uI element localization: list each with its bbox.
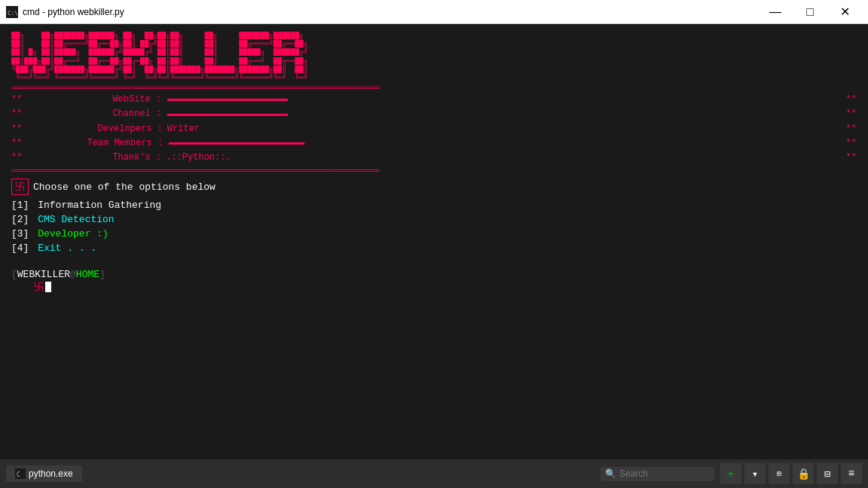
cmd-icon: C:\ xyxy=(6,6,18,18)
team-bar xyxy=(169,142,304,145)
menu-label-2: CMS Detection xyxy=(38,214,114,225)
prompt-home: HOME xyxy=(76,269,99,280)
title-bar-left: C:\ cmd - python webkiller.py xyxy=(6,6,124,18)
menu-num-3: [3] xyxy=(11,228,29,239)
minimize-button[interactable]: — xyxy=(758,0,793,24)
menu-item-3[interactable]: [3] Developer :) xyxy=(11,228,868,239)
menu-item-4[interactable]: [4] Exit . . . xyxy=(11,242,868,254)
search-icon: 🔍 xyxy=(605,468,616,480)
bracket-close: ] xyxy=(99,269,105,280)
choose-icon: 卐 xyxy=(11,178,29,195)
grid-button[interactable]: ⊞ xyxy=(769,463,790,484)
developers-row: ** Developers : Writer ** xyxy=(11,122,868,136)
menu-num-4: [4] xyxy=(11,242,29,254)
star-left: ** xyxy=(11,122,22,136)
close-button[interactable]: ✕ xyxy=(827,0,862,24)
menu-button[interactable]: ≡ xyxy=(841,463,862,484)
star-left: ** xyxy=(11,93,22,107)
developers-value: Writer xyxy=(167,122,200,136)
menu-num-2: [2] xyxy=(11,214,29,225)
lock-icon: 🔒 xyxy=(793,463,814,484)
team-members-row: ** Team Members : ** xyxy=(11,136,868,151)
menu-section: 卐 Choose one of the options below [1] In… xyxy=(0,178,868,257)
python-icon: C xyxy=(15,468,26,479)
search-input[interactable] xyxy=(619,468,710,479)
thanks-label: Thank's : xyxy=(112,151,161,165)
maximize-button[interactable]: □ xyxy=(793,0,827,24)
panel-button[interactable]: ⊟ xyxy=(817,463,838,484)
taskbar-icon-group: ＋ ▾ ⊞ 🔒 ⊟ ≡ xyxy=(720,463,862,484)
website-bar xyxy=(167,99,288,101)
add-tab-button[interactable]: ＋ xyxy=(720,463,741,484)
window-title: cmd - python webkiller.py xyxy=(23,7,124,17)
taskbar-app-label: python.exe xyxy=(29,468,73,479)
bracket-open: [ xyxy=(11,269,17,280)
logo-text: ██╗ ██╗███████╗██████╗ ██╗ ██╗██╗██╗ ██╗… xyxy=(11,32,868,82)
svg-text:C:\: C:\ xyxy=(8,9,17,16)
menu-label-3: Developer :) xyxy=(38,228,108,239)
star-right: ** xyxy=(846,151,868,165)
menu-item-1[interactable]: [1] Information Gathering xyxy=(11,200,868,211)
star-right: ** xyxy=(846,93,868,107)
prompt-area: [ WEBKILLER @ HOME ] 卐 xyxy=(0,263,868,294)
divider-bottom: ════════════════════════════════════════… xyxy=(0,166,868,175)
menu-item-2[interactable]: [2] CMS Detection xyxy=(11,214,868,225)
developers-label: Developers : xyxy=(97,122,162,136)
star-right: ** xyxy=(846,107,868,121)
dropdown-button[interactable]: ▾ xyxy=(744,463,766,484)
terminal-window: ██╗ ██╗███████╗██████╗ ██╗ ██╗██╗██╗ ██╗… xyxy=(0,24,868,459)
svg-text:C: C xyxy=(17,471,20,478)
taskbar-search[interactable]: 🔍 xyxy=(601,467,714,481)
star-left: ** xyxy=(11,151,22,165)
taskbar-python-item[interactable]: C python.exe xyxy=(6,465,82,482)
prompt-line: [ WEBKILLER @ HOME ] xyxy=(11,269,868,280)
prompt-at: @ xyxy=(70,269,76,280)
divider-top: ════════════════════════════════════════… xyxy=(0,84,868,93)
channel-row: ** Channel : ** xyxy=(11,107,868,121)
channel-bar xyxy=(167,114,288,116)
window-controls: — □ ✕ xyxy=(758,0,862,24)
star-left: ** xyxy=(11,107,22,121)
thanks-row: ** Thank's : .::Python::. ** xyxy=(11,151,868,165)
choose-text: Choose one of the options below xyxy=(33,181,215,193)
website-label: WebSite : xyxy=(112,93,161,107)
thanks-value: .::Python::. xyxy=(166,151,231,165)
menu-label-4: Exit . . . xyxy=(38,242,96,254)
title-bar: C:\ cmd - python webkiller.py — □ ✕ xyxy=(0,0,868,24)
cursor-icon: 卐 xyxy=(34,280,44,294)
website-row: ** WebSite : ** xyxy=(11,93,868,107)
prompt-webkiller: WEBKILLER xyxy=(17,269,70,280)
menu-num-1: [1] xyxy=(11,200,29,211)
team-members-label: Team Members : xyxy=(87,136,163,151)
choose-line: 卐 Choose one of the options below xyxy=(11,178,868,195)
star-left: ** xyxy=(11,136,22,151)
cursor-block xyxy=(45,282,51,292)
cursor-line: 卐 xyxy=(11,280,868,294)
star-right: ** xyxy=(846,122,868,136)
taskbar: C python.exe 🔍 ＋ ▾ ⊞ 🔒 ⊟ ≡ xyxy=(0,459,868,488)
menu-label-1: Information Gathering xyxy=(38,200,161,211)
logo-ascii: ██╗ ██╗███████╗██████╗ ██╗ ██╗██╗██╗ ██╗… xyxy=(0,32,868,82)
star-right: ** xyxy=(846,136,868,151)
info-block: ** WebSite : ** ** Channel : ** ** Devel… xyxy=(0,93,868,165)
channel-label: Channel : xyxy=(112,107,161,121)
